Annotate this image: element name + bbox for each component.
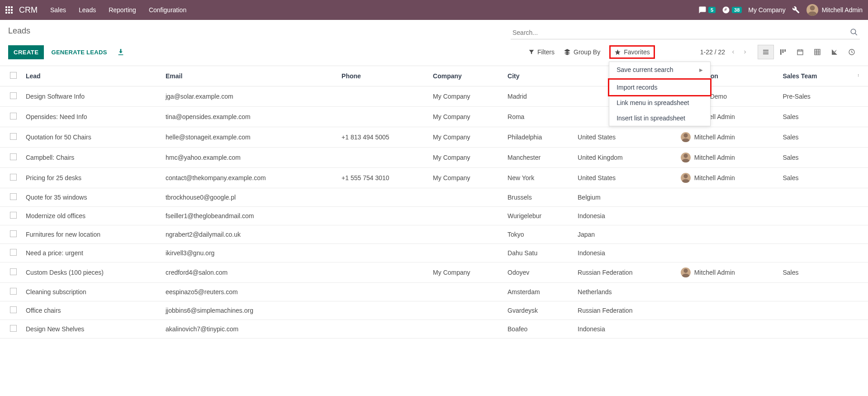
- apps-icon[interactable]: [5, 6, 13, 14]
- top-navbar: CRM Sales Leads Reporting Configuration …: [0, 0, 868, 20]
- table-row[interactable]: Modernize old officesfseiller1@theglobea…: [0, 207, 868, 225]
- select-all-checkbox[interactable]: [10, 72, 17, 79]
- cell-company: My Company: [428, 262, 503, 283]
- options-icon[interactable]: [853, 73, 860, 79]
- col-lead[interactable]: Lead: [21, 66, 161, 86]
- cell-city: Philadelphia: [503, 127, 573, 148]
- table-row[interactable]: Custom Desks (100 pieces)credford4@salon…: [0, 262, 868, 283]
- company-switcher[interactable]: My Company: [748, 6, 785, 14]
- cell-city: Amsterdam: [503, 283, 573, 301]
- nav-configuration[interactable]: Configuration: [149, 6, 186, 14]
- cell-email: jjobbins6@simplemachines.org: [161, 301, 337, 320]
- table-row[interactable]: Office chairsjjobbins6@simplemachines.or…: [0, 301, 868, 320]
- user-menu[interactable]: Mitchell Admin: [806, 4, 863, 16]
- row-checkbox[interactable]: [10, 153, 17, 160]
- row-checkbox[interactable]: [10, 306, 17, 313]
- tools-icon[interactable]: [792, 6, 800, 14]
- groupby-label: Group By: [574, 48, 600, 56]
- nav-sales[interactable]: Sales: [50, 6, 66, 14]
- row-checkbox[interactable]: [10, 174, 17, 181]
- table-row[interactable]: Campbell: Chairshmc@yahoo.example.comMy …: [0, 148, 868, 168]
- svg-rect-4: [783, 49, 784, 53]
- app-brand[interactable]: CRM: [19, 5, 38, 15]
- cell-email: hmc@yahoo.example.com: [161, 148, 337, 168]
- table-row[interactable]: Pricing for 25 deskscontact@thekompany.e…: [0, 168, 868, 188]
- row-checkbox[interactable]: [10, 92, 17, 99]
- svg-point-20: [683, 174, 688, 178]
- cell-company: [428, 244, 503, 262]
- col-email[interactable]: Email: [161, 66, 337, 86]
- cell-country: Japan: [573, 225, 676, 244]
- salesperson-avatar: [681, 153, 691, 162]
- favorites-wrapper: Favorites Save current search ▶ Import r…: [609, 45, 655, 59]
- kanban-view-icon[interactable]: [775, 45, 791, 59]
- nav-reporting[interactable]: Reporting: [109, 6, 136, 14]
- cell-phone: [337, 207, 428, 225]
- star-icon: [614, 49, 621, 56]
- svg-rect-3: [780, 49, 782, 55]
- cell-lead: Quote for 35 windows: [21, 188, 161, 207]
- graph-view-icon[interactable]: [826, 45, 843, 59]
- row-checkbox[interactable]: [10, 249, 17, 256]
- dd-import-records[interactable]: Import records: [609, 80, 710, 95]
- table-row[interactable]: Quote for 35 windowstbrockhouse0@google.…: [0, 188, 868, 207]
- table-row[interactable]: Furnitures for new locationngrabert2@dai…: [0, 225, 868, 244]
- col-city[interactable]: City: [503, 66, 573, 86]
- col-company[interactable]: Company: [428, 66, 503, 86]
- table-row[interactable]: Opensides: Need Infotina@opensides.examp…: [0, 107, 868, 127]
- row-checkbox[interactable]: [10, 113, 17, 119]
- cell-phone: [337, 283, 428, 301]
- cell-phone: [337, 188, 428, 207]
- table-wrap[interactable]: Lead Email Phone Company City Salesperso…: [0, 66, 868, 393]
- activity-view-icon[interactable]: [844, 45, 860, 59]
- table-row[interactable]: Need a price: urgentikirvell3@gnu.orgDah…: [0, 244, 868, 262]
- cell-salesperson: [676, 207, 778, 225]
- pager-prev-icon[interactable]: [730, 48, 737, 56]
- table-row[interactable]: Cleaning subscriptioneespinazo5@reuters.…: [0, 283, 868, 301]
- search-icon[interactable]: [850, 28, 858, 36]
- pager-next-icon[interactable]: [741, 48, 749, 56]
- cell-salesteam: Sales: [778, 168, 848, 188]
- cell-salesperson: [676, 188, 778, 207]
- activity-icon[interactable]: 38: [722, 6, 742, 14]
- row-checkbox[interactable]: [10, 268, 17, 275]
- dd-link-spreadsheet[interactable]: Link menu in spreadsheet: [609, 95, 710, 110]
- row-checkbox[interactable]: [10, 133, 17, 140]
- table-row[interactable]: Design Software Infojga@solar.example.co…: [0, 86, 868, 107]
- cell-salesperson: [676, 225, 778, 244]
- messaging-icon[interactable]: 5: [698, 6, 716, 14]
- calendar-view-icon[interactable]: [792, 45, 808, 59]
- cell-email: contact@thekompany.example.com: [161, 168, 337, 188]
- cell-company: [428, 283, 503, 301]
- cell-city: Odoyev: [503, 262, 573, 283]
- groupby-button[interactable]: Group By: [564, 48, 600, 56]
- nav-leads[interactable]: Leads: [79, 6, 96, 14]
- dd-insert-spreadsheet[interactable]: Insert list in spreadsheet: [609, 110, 710, 126]
- cell-salesteam: Sales: [778, 262, 848, 283]
- filters-button[interactable]: Filters: [528, 48, 555, 56]
- table-row[interactable]: Quotation for 50 Chairshelle@stonageit.e…: [0, 127, 868, 148]
- row-checkbox[interactable]: [10, 212, 17, 219]
- download-icon[interactable]: [117, 48, 124, 56]
- row-checkbox[interactable]: [10, 325, 17, 332]
- favorites-button[interactable]: Favorites: [609, 45, 655, 59]
- pager-text[interactable]: 1-22 / 22: [700, 48, 725, 56]
- row-checkbox[interactable]: [10, 288, 17, 295]
- cell-lead: Furnitures for new location: [21, 225, 161, 244]
- filters-label: Filters: [537, 48, 555, 56]
- search-input[interactable]: [511, 26, 860, 39]
- row-checkbox[interactable]: [10, 193, 17, 200]
- dd-save-search[interactable]: Save current search ▶: [609, 62, 710, 77]
- row-checkbox[interactable]: [10, 230, 17, 237]
- cell-salesteam: [778, 283, 848, 301]
- pivot-view-icon[interactable]: [809, 45, 825, 59]
- create-button[interactable]: CREATE: [8, 45, 44, 59]
- table-row[interactable]: Design New Shelvesakalinovich7@tinypic.c…: [0, 320, 868, 339]
- col-phone[interactable]: Phone: [337, 66, 428, 86]
- cell-lead: Custom Desks (100 pieces): [21, 262, 161, 283]
- generate-leads-button[interactable]: GENERATE LEADS: [48, 45, 109, 59]
- col-salesteam[interactable]: Sales Team: [778, 66, 848, 86]
- list-view-icon[interactable]: [758, 45, 774, 59]
- cell-lead: Cleaning subscription: [21, 283, 161, 301]
- dd-import-highlight: Import records: [608, 78, 711, 96]
